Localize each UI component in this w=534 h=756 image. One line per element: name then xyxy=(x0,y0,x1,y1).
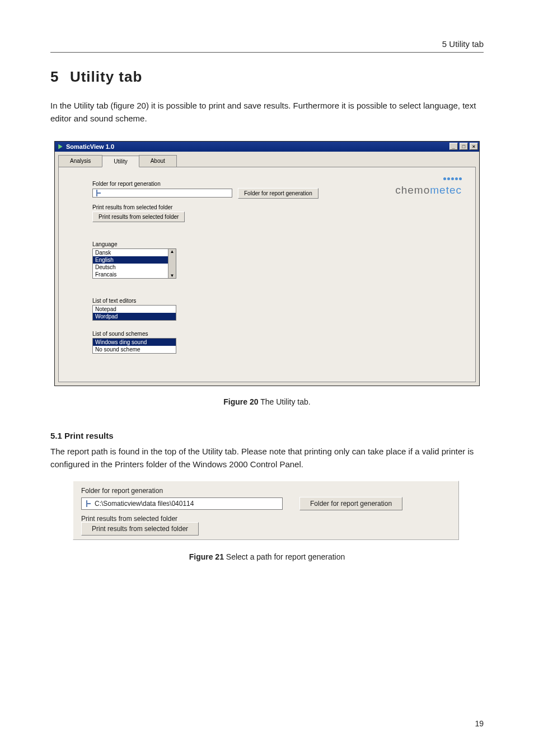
figure-21-caption-text: Select a path for report generation xyxy=(224,552,345,561)
figure-20-caption-bold: Figure 20 xyxy=(223,397,258,406)
brand-right: metec xyxy=(430,184,462,196)
page-number: 19 xyxy=(475,719,484,728)
window-titlebar: SomaticView 1.0 _ □ × xyxy=(55,142,479,152)
brand-dots-icon xyxy=(395,175,462,183)
figure-21-caption-bold: Figure 21 xyxy=(189,552,224,561)
window-title: SomaticView 1.0 xyxy=(66,143,114,150)
language-item-selected[interactable]: English xyxy=(93,256,176,264)
folder-browse-button-2[interactable]: Folder for report generation xyxy=(299,497,402,510)
folder-path-input-2[interactable]: C:\Somaticview\data files\040114 xyxy=(81,497,283,510)
tab-utility[interactable]: Utility xyxy=(102,156,139,167)
app-icon xyxy=(57,143,64,150)
editors-label: List of text editors xyxy=(92,298,458,304)
print-label: Print results from selected folder xyxy=(92,204,458,210)
language-listbox[interactable]: Dansk English Deutsch Francais ▲ ▼ xyxy=(92,248,176,279)
intro-paragraph: In the Utility tab (figure 20) it is pos… xyxy=(50,99,484,125)
subsection-5-1-body: The report path is found in the top of t… xyxy=(50,445,484,471)
print-results-button[interactable]: Print results from selected folder xyxy=(92,212,185,222)
language-item[interactable]: Dansk xyxy=(93,249,176,256)
folder-browse-button[interactable]: Folder for report generation xyxy=(238,188,318,199)
figure-21-caption: Figure 21 Select a path for report gener… xyxy=(50,552,484,561)
minimize-button[interactable]: _ xyxy=(449,143,458,150)
editors-listbox[interactable]: Notepad Wordpad xyxy=(92,305,176,321)
figure-21-screenshot: Folder for report generation C:\Somaticv… xyxy=(73,481,459,540)
folder-path-input[interactable] xyxy=(92,189,232,198)
figure-20-caption: Figure 20 The Utility tab. xyxy=(50,397,484,406)
print-results-button-2[interactable]: Print results from selected folder xyxy=(81,522,199,536)
brand-left: chemo xyxy=(395,184,430,196)
sound-label: List of sound schemes xyxy=(92,331,458,337)
language-item[interactable]: Deutsch xyxy=(93,264,176,271)
brand-logo: chemometec xyxy=(395,175,462,196)
maximize-button[interactable]: □ xyxy=(460,143,468,150)
tree-icon xyxy=(85,500,92,507)
sound-listbox[interactable]: Windows ding sound No sound scheme xyxy=(92,338,176,354)
scroll-down-icon[interactable]: ▼ xyxy=(168,273,176,278)
sound-item[interactable]: No sound scheme xyxy=(93,346,176,353)
close-button[interactable]: × xyxy=(470,143,478,150)
subsection-5-1-heading: 5.1 Print results xyxy=(50,431,484,440)
figure-20-caption-text: The Utility tab. xyxy=(259,397,311,406)
language-label: Language xyxy=(92,241,458,247)
language-item[interactable]: Francais xyxy=(93,271,176,278)
tab-about[interactable]: About xyxy=(139,155,177,167)
tree-icon xyxy=(95,190,102,196)
print-label-2: Print results from selected folder xyxy=(81,515,451,523)
figure-20-screenshot: SomaticView 1.0 _ □ × Analysis Utility A… xyxy=(54,141,480,386)
section-number: 5 xyxy=(50,68,60,85)
editor-item[interactable]: Notepad xyxy=(93,306,176,313)
tab-bar: Analysis Utility About xyxy=(58,155,476,167)
sound-item-selected[interactable]: Windows ding sound xyxy=(93,339,176,346)
folder-path-value: C:\Somaticview\data files\040114 xyxy=(95,500,194,508)
editor-item-selected[interactable]: Wordpad xyxy=(93,313,176,320)
svg-marker-0 xyxy=(58,144,63,149)
section-title: Utility tab xyxy=(70,68,142,85)
scroll-up-icon[interactable]: ▲ xyxy=(168,249,176,254)
folder-label-2: Folder for report generation xyxy=(81,487,451,495)
section-heading: 5 Utility tab xyxy=(50,68,484,86)
running-header-text: 5 Utility tab xyxy=(442,39,484,49)
running-header: 5 Utility tab xyxy=(50,39,484,53)
tab-analysis[interactable]: Analysis xyxy=(58,155,102,167)
